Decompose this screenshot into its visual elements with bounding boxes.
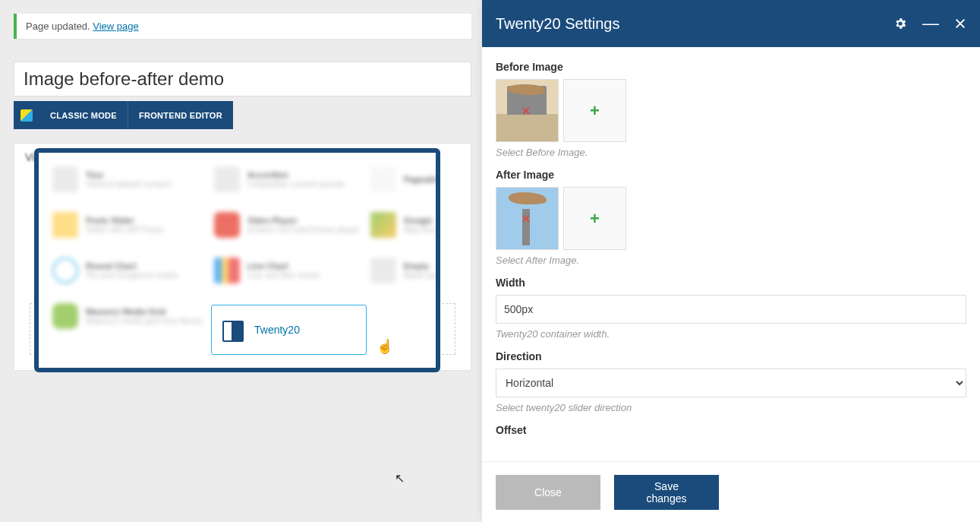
element-picker-popup: TourVertical tabbed content AccordionCol… bbox=[34, 148, 440, 372]
pointer-hand-icon: ☝ bbox=[377, 338, 393, 355]
direction-help: Select twenty20 slider direction bbox=[496, 402, 966, 413]
arrow-cursor-icon: ↖ bbox=[395, 471, 405, 486]
picker-item[interactable]: TourVertical tabbed content bbox=[52, 162, 203, 197]
remove-image-icon[interactable]: ✕ bbox=[522, 105, 534, 117]
twenty20-icon bbox=[222, 319, 244, 340]
offset-label: Offset bbox=[496, 424, 966, 436]
before-image-label: Before Image bbox=[496, 61, 966, 73]
width-label: Width bbox=[496, 277, 966, 289]
notice-text: Page updated. bbox=[26, 21, 90, 32]
after-image-label: After Image bbox=[496, 169, 966, 181]
remove-image-icon[interactable]: ✕ bbox=[522, 213, 534, 225]
post-title-input[interactable]: Image before-after demo bbox=[14, 62, 471, 96]
view-page-link[interactable]: View page bbox=[93, 21, 138, 32]
picker-item[interactable]: Video PlayerEmbed YouTube/Vimeo player bbox=[214, 207, 360, 242]
before-image-thumb[interactable]: ✕ bbox=[496, 79, 559, 142]
classic-mode-button[interactable]: CLASSIC MODE bbox=[39, 101, 128, 129]
frontend-editor-button[interactable]: FRONTEND EDITOR bbox=[128, 101, 233, 129]
add-before-image-button[interactable]: + bbox=[563, 79, 626, 142]
picker-item[interactable]: AccordionCollapsible content panels bbox=[214, 162, 360, 197]
picker-item[interactable]: GoogleMap block bbox=[370, 207, 440, 242]
settings-title: Twenty20 Settings bbox=[496, 15, 619, 33]
settings-header: Twenty20 Settings — bbox=[482, 0, 980, 47]
save-changes-button[interactable]: Save changes bbox=[614, 475, 719, 510]
after-image-help: Select After Image. bbox=[496, 255, 966, 266]
twenty20-label: Twenty20 bbox=[254, 324, 300, 336]
settings-body[interactable]: Before Image ✕ + Select Before Image. Af… bbox=[482, 47, 980, 461]
picker-item[interactable]: Posts SliderSlider with WP Posts bbox=[52, 207, 203, 242]
minimize-icon[interactable]: — bbox=[922, 21, 939, 27]
settings-footer: Close Save changes bbox=[482, 461, 980, 522]
twenty20-settings-panel: Twenty20 Settings — Before Image ✕ + Sel… bbox=[482, 0, 980, 522]
twenty20-element-card[interactable]: Twenty20 bbox=[211, 305, 367, 355]
update-notice: Page updated. View page bbox=[14, 14, 471, 39]
picker-item[interactable]: Masonry Media GridMasonry media grid fro… bbox=[52, 299, 203, 334]
picker-item[interactable]: Pageable bbox=[370, 162, 440, 197]
after-image-thumb[interactable]: ✕ bbox=[496, 187, 559, 250]
vc-logo[interactable] bbox=[14, 101, 39, 129]
picker-item[interactable]: EmptyBlank space bbox=[370, 253, 440, 288]
before-image-help: Select Before Image. bbox=[496, 147, 966, 158]
direction-select[interactable]: Horizontal bbox=[496, 369, 966, 397]
direction-label: Direction bbox=[496, 350, 966, 362]
gear-icon[interactable] bbox=[893, 17, 907, 30]
width-help: Twenty20 container width. bbox=[496, 328, 966, 340]
add-after-image-button[interactable]: + bbox=[563, 187, 626, 250]
close-button[interactable]: Close bbox=[496, 475, 600, 510]
picker-item[interactable]: Line ChartLine and Bar charts bbox=[214, 253, 360, 288]
width-input[interactable] bbox=[496, 295, 966, 324]
picker-item[interactable]: Round ChartPie and Doughnut charts bbox=[52, 253, 203, 288]
close-icon[interactable] bbox=[954, 17, 966, 30]
